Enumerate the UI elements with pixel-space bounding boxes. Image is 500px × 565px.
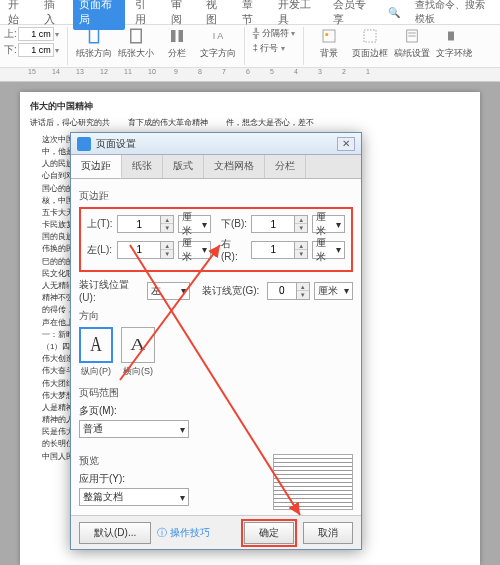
tool-border[interactable]: 页面边框 bbox=[352, 27, 388, 60]
dialog-title-text: 页面设置 bbox=[96, 137, 136, 151]
annotation-arrow bbox=[90, 185, 320, 535]
tab-dev[interactable]: 开发工具 bbox=[272, 0, 323, 30]
svg-rect-0 bbox=[89, 29, 98, 43]
tool-size[interactable]: 纸张大小 bbox=[118, 27, 154, 60]
close-button[interactable]: ✕ bbox=[337, 137, 355, 151]
quick-bottom-input[interactable] bbox=[18, 43, 54, 57]
quick-bottom-label: 下: bbox=[4, 43, 17, 57]
tab-review[interactable]: 审阅 bbox=[165, 0, 197, 30]
tool-paper[interactable]: 稿纸设置 bbox=[394, 27, 430, 60]
tab-member[interactable]: 会员专享 bbox=[327, 0, 378, 30]
quick-top-label: 上: bbox=[4, 27, 17, 41]
tab-ref[interactable]: 引用 bbox=[129, 0, 161, 30]
svg-rect-11 bbox=[448, 32, 454, 41]
command-search[interactable]: 🔍 查找命令、搜索模板 bbox=[382, 0, 498, 29]
dialog-icon bbox=[77, 137, 91, 151]
svg-rect-3 bbox=[178, 30, 183, 42]
tab-start[interactable]: 开始 bbox=[2, 0, 34, 30]
dlgtab-margins[interactable]: 页边距 bbox=[71, 155, 122, 178]
dlgtab-columns[interactable]: 分栏 bbox=[265, 155, 306, 178]
dialog-titlebar[interactable]: 页面设置 ✕ bbox=[71, 133, 361, 155]
svg-text:I A: I A bbox=[213, 31, 224, 41]
search-icon: 🔍 bbox=[382, 4, 406, 21]
svg-rect-5 bbox=[323, 30, 335, 42]
svg-line-12 bbox=[130, 245, 300, 515]
svg-rect-7 bbox=[364, 30, 376, 42]
quick-top-input[interactable] bbox=[18, 27, 54, 41]
svg-line-13 bbox=[120, 245, 220, 380]
tool-linenum[interactable]: ‡ 行号 ▾ bbox=[253, 42, 295, 55]
tab-insert[interactable]: 插入 bbox=[38, 0, 70, 30]
dlgtab-paper[interactable]: 纸张 bbox=[122, 155, 163, 178]
tool-wrap[interactable]: 文字环绕 bbox=[436, 27, 472, 60]
ribbon-tools: 上:▾ 下:▾ 纸张方向 纸张大小 分栏 I A文字方向 ╬ 分隔符 ▾ ‡ 行… bbox=[0, 24, 500, 68]
quick-margins: 上:▾ 下:▾ bbox=[4, 27, 59, 57]
svg-point-6 bbox=[325, 33, 328, 36]
tab-section[interactable]: 章节 bbox=[236, 0, 268, 30]
horizontal-ruler: 151413121110987654321 bbox=[0, 68, 500, 82]
ribbon-tabs: 开始 插入 页面布局 引用 审阅 视图 章节 开发工具 会员专享 🔍 查找命令、… bbox=[0, 0, 500, 24]
dialog-tabs: 页边距 纸张 版式 文档网格 分栏 bbox=[71, 155, 361, 179]
dlgtab-layout[interactable]: 版式 bbox=[163, 155, 204, 178]
doc-title: 伟大的中国精神 bbox=[30, 100, 470, 113]
search-placeholder: 查找命令、搜索模板 bbox=[409, 0, 498, 29]
tab-view[interactable]: 视图 bbox=[200, 0, 232, 30]
tool-break[interactable]: ╬ 分隔符 ▾ bbox=[253, 27, 295, 40]
tool-textdir[interactable]: I A文字方向 bbox=[200, 27, 236, 60]
tool-orientation[interactable]: 纸张方向 bbox=[76, 27, 112, 60]
svg-rect-1 bbox=[131, 29, 142, 43]
svg-rect-2 bbox=[171, 30, 176, 42]
tool-columns[interactable]: 分栏 bbox=[160, 27, 194, 60]
dlgtab-grid[interactable]: 文档网格 bbox=[204, 155, 265, 178]
tool-background[interactable]: 背景 bbox=[312, 27, 346, 60]
tab-layout[interactable]: 页面布局 bbox=[73, 0, 124, 30]
